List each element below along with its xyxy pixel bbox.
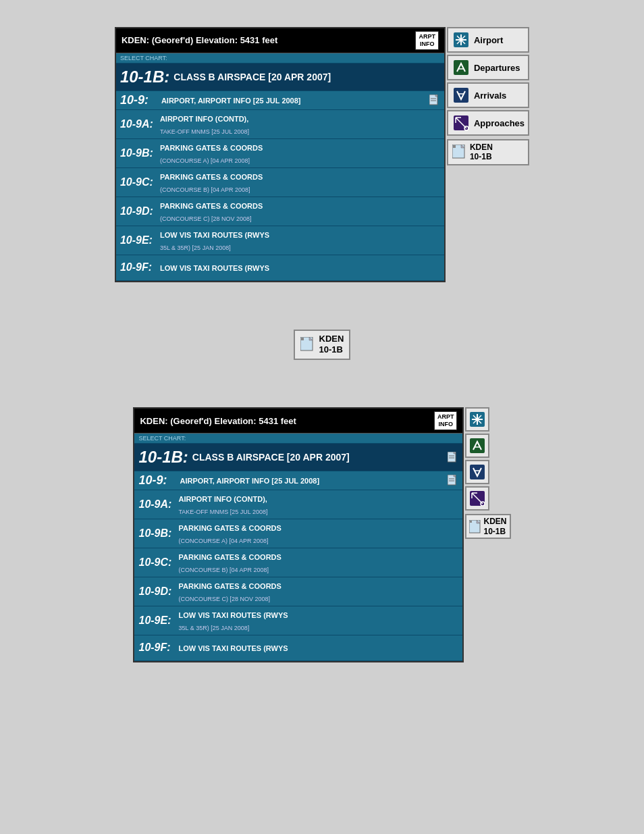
chart-desc-7-1: LOW VIS TAXI ROUTES (RWYS <box>160 261 440 273</box>
chart-row-3-2[interactable]: 10-9B: PARKING GATES & COORDS (CONCOURSE… <box>134 519 462 548</box>
select-chart-label-2: SELECT CHART: <box>134 434 462 444</box>
chart-number-2-2: 10-9A: <box>138 498 176 511</box>
chart-desc-2-1: AIRPORT INFO (CONTD), TAKE-OFF MNMS [25 … <box>160 112 440 136</box>
svg-rect-17 <box>453 145 456 148</box>
chart-doc-icon-1-1 <box>428 94 440 106</box>
arrivals-icon-2 <box>470 465 485 479</box>
approaches-label: Approaches <box>474 118 525 128</box>
chart-desc-5-2: PARKING GATES & COORDS (CONCOURSE C) [28… <box>178 579 458 604</box>
panel-header-2: KDEN: (Georef'd) Elevation: 5431 feet AR… <box>134 409 462 434</box>
chart-desc-4-1: PARKING GATES & COORDS (CONCOURSE B) [04… <box>160 170 440 194</box>
chart-number-5-1: 10-9D: <box>120 205 157 217</box>
chart-desc-0-2: CLASS B AIRSPACE [20 Apr 2007] <box>192 451 444 463</box>
panel-header-1: KDEN: (Georef'd) Elevation: 5431 feet AR… <box>116 28 444 53</box>
approaches-icon-2 <box>470 491 485 506</box>
arrivals-icon <box>452 86 471 105</box>
chart-number-3-2: 10-9B: <box>138 527 176 540</box>
chart-row-3-1[interactable]: 10-9B: PARKING GATES & COORDS (CONCOURSE… <box>116 139 444 168</box>
standalone-badge-icon <box>300 337 315 352</box>
chart-row-4-1[interactable]: 10-9C: PARKING GATES & COORDS (CONCOURSE… <box>116 168 444 197</box>
active-chart-badge-sidebar-1[interactable]: KDEN 10-1B <box>447 139 529 165</box>
panel-title-1: KDEN: (Georef'd) Elevation: 5431 feet <box>122 35 277 45</box>
chart-row-4-2[interactable]: 10-9C: PARKING GATES & COORDS (CONCOURSE… <box>134 548 462 577</box>
chart-doc-icon-1-2 <box>446 474 458 486</box>
arrivals-label: Arrivals <box>474 90 506 101</box>
chart-row-7-1[interactable]: 10-9F: LOW VIS TAXI ROUTES (RWYS <box>116 255 444 281</box>
chart-doc-icon-0-2 <box>446 451 458 463</box>
arpt-info-badge-1[interactable]: ARPT INFO <box>415 31 439 50</box>
active-chart-text-2: KDEN 10-1B <box>483 517 506 536</box>
chart-row-0-1[interactable]: 10-1B: CLASS B AIRSPACE [20 Apr 2007] <box>116 63 444 91</box>
main-container: KDEN: (Georef'd) Elevation: 5431 feet AR… <box>115 27 529 662</box>
chart-desc-3-1: PARKING GATES & COORDS (CONCOURSE A) [04… <box>160 141 440 165</box>
chart-number-4-2: 10-9C: <box>138 556 176 569</box>
departures-button[interactable]: Departures <box>447 55 529 80</box>
chart-desc-3-2: PARKING GATES & COORDS (CONCOURSE A) [04… <box>178 521 458 546</box>
chart-number-7-1: 10-9F: <box>120 261 157 273</box>
chart-desc-0-1: CLASS B AIRSPACE [20 Apr 2007] <box>173 71 440 83</box>
airport-button[interactable]: Airport <box>447 27 529 53</box>
chart-number-6-1: 10-9E: <box>120 234 157 246</box>
sidebar-2: KDEN 10-1B <box>465 407 510 539</box>
chart-desc-4-2: PARKING GATES & COORDS (CONCOURSE B) [04… <box>178 550 458 575</box>
chart-desc-1-2: AIRPORT, AIRPORT INFO [25 Jul 2008] <box>180 474 444 486</box>
panel1: KDEN: (Georef'd) Elevation: 5431 feet AR… <box>115 27 529 282</box>
chart-list-panel-2: KDEN: (Georef'd) Elevation: 5431 feet AR… <box>133 407 464 662</box>
chart-number-0-2: 10-1B: <box>138 448 188 467</box>
standalone-badge-text: KDEN 10-1B <box>319 334 344 357</box>
arrivals-button[interactable]: Arrivals <box>447 82 529 108</box>
chart-row-6-2[interactable]: 10-9E: LOW VIS TAXI ROUTES (RWYS 35L & 3… <box>134 606 462 635</box>
approaches-icon <box>452 113 471 132</box>
airport-icon-2 <box>470 412 485 427</box>
approaches-button[interactable]: Approaches <box>447 110 529 136</box>
departures-label: Departures <box>474 63 520 73</box>
chart-desc-7-2: LOW VIS TAXI ROUTES (RWYS <box>178 642 458 654</box>
airport-icon <box>452 30 471 49</box>
approaches-icon-btn[interactable] <box>465 486 489 511</box>
select-chart-label-1: SELECT CHART: <box>116 53 444 63</box>
chart-number-7-2: 10-9F: <box>138 642 176 654</box>
svg-rect-20 <box>301 338 304 340</box>
departures-icon-2 <box>470 438 485 453</box>
panel-title-2: KDEN: (Georef'd) Elevation: 5431 feet <box>140 416 296 426</box>
chart-row-7-2[interactable]: 10-9F: LOW VIS TAXI ROUTES (RWYS <box>134 635 462 661</box>
chart-row-1-1[interactable]: 10-9: AIRPORT, AIRPORT INFO [25 Jul 2008… <box>116 91 444 110</box>
sidebar-1: Airport Departures <box>447 27 529 165</box>
chart-number-1-1: 10-9: <box>120 93 157 107</box>
chart-row-1-2[interactable]: 10-9: AIRPORT, AIRPORT INFO [25 Jul 2008… <box>134 471 462 490</box>
chart-row-2-2[interactable]: 10-9A: AIRPORT INFO (CONTD), TAKE-OFF MN… <box>134 490 462 519</box>
airport-label: Airport <box>474 35 503 45</box>
chart-number-5-2: 10-9D: <box>138 585 176 598</box>
chart-desc-6-1: LOW VIS TAXI ROUTES (RWYS 35L & 35R) [25… <box>160 228 440 253</box>
chart-number-6-2: 10-9E: <box>138 615 176 627</box>
chart-desc-6-2: LOW VIS TAXI ROUTES (RWYS 35L & 35R) [25… <box>178 608 458 633</box>
arpt-info-badge-2[interactable]: ARPT INFO <box>434 411 458 430</box>
chart-badge-icon-1 <box>452 145 467 159</box>
departures-icon-btn[interactable] <box>465 434 489 458</box>
svg-rect-42 <box>470 521 472 523</box>
chart-number-0-1: 10-1B: <box>120 68 169 86</box>
arrivals-icon-btn[interactable] <box>465 460 489 484</box>
chart-row-6-1[interactable]: 10-9E: LOW VIS TAXI ROUTES (RWYS 35L & 3… <box>116 226 444 255</box>
panel2: KDEN: (Georef'd) Elevation: 5431 feet AR… <box>133 407 510 662</box>
chart-number-2-1: 10-9A: <box>120 118 157 130</box>
active-chart-badge-sidebar-2[interactable]: KDEN 10-1B <box>465 514 510 539</box>
chart-desc-2-2: AIRPORT INFO (CONTD), TAKE-OFF MNMS [25 … <box>178 492 458 517</box>
chart-desc-1-1: AIRPORT, AIRPORT INFO [25 Jul 2008] <box>161 94 425 106</box>
chart-number-4-1: 10-9C: <box>120 176 157 188</box>
chart-row-5-1[interactable]: 10-9D: PARKING GATES & COORDS (CONCOURSE… <box>116 197 444 226</box>
chart-row-2-1[interactable]: 10-9A: AIRPORT INFO (CONTD), TAKE-OFF MN… <box>116 110 444 139</box>
active-chart-text-1: KDEN 10-1B <box>470 142 493 162</box>
chart-row-5-2[interactable]: 10-9D: PARKING GATES & COORDS (CONCOURSE… <box>134 577 462 606</box>
chart-desc-5-1: PARKING GATES & COORDS (CONCOURSE C) [28… <box>160 199 440 224</box>
chart-list-panel-1: KDEN: (Georef'd) Elevation: 5431 feet AR… <box>115 27 446 282</box>
chart-number-3-1: 10-9B: <box>120 147 157 159</box>
chart-number-1-2: 10-9: <box>138 473 176 488</box>
standalone-badge[interactable]: KDEN 10-1B <box>294 330 351 361</box>
chart-badge-icon-2 <box>469 520 481 533</box>
airport-icon-btn[interactable] <box>465 407 489 432</box>
chart-row-0-2[interactable]: 10-1B: CLASS B AIRSPACE [20 Apr 2007] <box>134 444 462 471</box>
departures-icon <box>452 58 471 77</box>
